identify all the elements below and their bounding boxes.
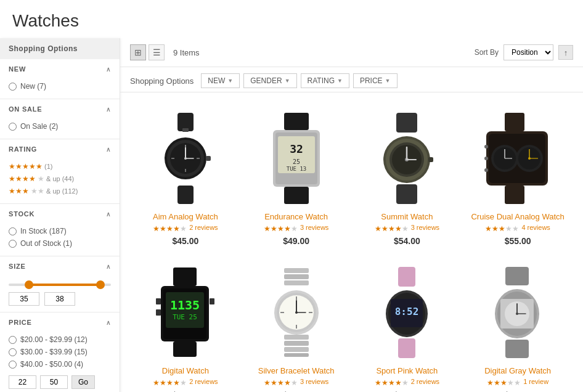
filter-label-size: SIZE bbox=[9, 263, 26, 270]
svg-rect-74 bbox=[284, 353, 309, 357]
filter-pill-new[interactable]: NEW ▼ bbox=[201, 73, 240, 88]
size-slider-thumb-right[interactable] bbox=[96, 280, 105, 289]
sort-label: Sort By bbox=[475, 48, 499, 57]
product-card-7[interactable]: 8:52 Sport Pink Watch ★★★★★ 2 reviews $3… bbox=[352, 256, 463, 392]
filter-item-onsale[interactable]: On Sale (2) bbox=[9, 120, 111, 133]
watch-svg-4 bbox=[481, 113, 554, 204]
size-slider-thumb-left[interactable] bbox=[25, 280, 33, 289]
watch-svg-8 bbox=[488, 267, 547, 358]
sort-direction-button[interactable]: ↑ bbox=[558, 45, 573, 60]
filter-header-onsale[interactable]: ON SALE ∧ bbox=[0, 99, 120, 118]
filter-header-price[interactable]: PRICE ∧ bbox=[0, 312, 120, 331]
radio-price-3[interactable] bbox=[9, 361, 17, 369]
product-name-5[interactable]: Digital Watch bbox=[137, 366, 234, 375]
product-card-4[interactable]: Cruise Dual Analog Watch ★★★★★ 4 reviews… bbox=[462, 102, 573, 256]
page-title: Watches bbox=[0, 0, 583, 38]
rating-count-5: (1) bbox=[44, 163, 52, 170]
filter-item-instock[interactable]: In Stock (187) bbox=[9, 225, 111, 237]
svg-rect-55 bbox=[156, 309, 161, 316]
svg-rect-13 bbox=[177, 186, 194, 204]
product-name-7[interactable]: Sport Pink Watch bbox=[359, 366, 456, 375]
svg-text:TUE 13: TUE 13 bbox=[286, 166, 306, 172]
stars-filled-7: ★★★★★ bbox=[375, 378, 409, 387]
svg-rect-48 bbox=[173, 267, 197, 286]
stars-3: ★★★ bbox=[9, 187, 29, 195]
radio-onsale[interactable] bbox=[9, 123, 17, 131]
radio-price-1[interactable] bbox=[9, 336, 17, 344]
svg-rect-4 bbox=[206, 156, 211, 161]
radio-price-2[interactable] bbox=[9, 348, 17, 356]
review-row-3: ★★★★★ 3 reviews bbox=[359, 224, 456, 234]
filter-pill-rating[interactable]: RATING ▼ bbox=[301, 73, 349, 88]
filter-header-rating[interactable]: RATING ∧ bbox=[0, 139, 120, 158]
product-card-6[interactable]: Silver Bracelet Watch ★★★★★ 3 reviews $4… bbox=[241, 256, 352, 392]
svg-rect-89 bbox=[505, 340, 529, 358]
product-name-6[interactable]: Silver Bracelet Watch bbox=[248, 366, 345, 375]
filter-item-outofstock[interactable]: Out of Stock (1) bbox=[9, 237, 111, 250]
view-toggle: ⊞ ☰ bbox=[130, 44, 165, 60]
filter-body-onsale: On Sale (2) bbox=[0, 118, 120, 139]
rating-row-5[interactable]: ★★★★★ (1) bbox=[9, 160, 111, 173]
rating-row-3[interactable]: ★★★★★ & up (112) bbox=[9, 185, 111, 197]
product-card-1[interactable]: Aim Analog Watch ★★★★★ 2 reviews $45.00 bbox=[130, 102, 241, 256]
product-name-1[interactable]: Aim Analog Watch bbox=[137, 212, 234, 221]
size-max-input[interactable] bbox=[44, 292, 75, 306]
filter-pill-gender[interactable]: GENDER ▼ bbox=[243, 73, 296, 88]
size-min-input[interactable] bbox=[9, 292, 39, 306]
chevron-icon-size: ∧ bbox=[106, 263, 111, 270]
review-count-3: 3 reviews bbox=[411, 224, 439, 231]
product-name-4[interactable]: Cruise Dual Analog Watch bbox=[469, 212, 566, 221]
price-go-button[interactable]: Go bbox=[71, 375, 95, 389]
rating-row-4[interactable]: ★★★★★ & up (44) bbox=[9, 173, 111, 185]
size-slider-fill bbox=[29, 284, 100, 286]
chevron-icon-price: ∧ bbox=[106, 319, 111, 326]
filter-pill-price[interactable]: PRICE ▼ bbox=[353, 73, 398, 88]
product-name-8[interactable]: Digital Gray Watch bbox=[469, 366, 566, 375]
sort-select[interactable]: Position Name Price bbox=[504, 44, 553, 60]
review-count-1: 2 reviews bbox=[189, 224, 218, 231]
review-count-5: 2 reviews bbox=[189, 378, 218, 385]
filter-item-new[interactable]: New (7) bbox=[9, 80, 111, 92]
product-name-2[interactable]: Endurance Watch bbox=[248, 212, 345, 221]
product-card-5[interactable]: 1135 TUE 25 Digital Watch ★★★★★ 2 review… bbox=[130, 256, 241, 392]
chevron-icon-new: ∧ bbox=[106, 66, 111, 73]
filter-header-new[interactable]: NEW ∧ bbox=[0, 59, 120, 78]
review-count-8: 1 review bbox=[523, 378, 548, 385]
product-price-1: $45.00 bbox=[137, 236, 234, 246]
svg-text:TUE 25: TUE 25 bbox=[173, 313, 198, 321]
svg-rect-80 bbox=[398, 338, 415, 358]
filter-bar-title: Shopping Options bbox=[130, 76, 194, 86]
product-price-2: $49.00 bbox=[248, 236, 345, 246]
review-count-2: 3 reviews bbox=[300, 224, 328, 231]
price-from-input[interactable] bbox=[9, 375, 36, 389]
filter-header-stock[interactable]: STOCK ∧ bbox=[0, 204, 120, 223]
product-card-8[interactable]: Digital Gray Watch ★★★★★ 1 review $47.00 bbox=[462, 256, 573, 392]
size-slider-track bbox=[9, 284, 111, 286]
list-view-button[interactable]: ☰ bbox=[149, 44, 165, 60]
stars-filled-1: ★★★★★ bbox=[153, 224, 187, 233]
svg-text:1135: 1135 bbox=[170, 298, 200, 312]
price-to-input[interactable] bbox=[40, 375, 68, 389]
size-slider-section bbox=[0, 275, 120, 312]
price-range-2[interactable]: $30.00 - $39.99 (15) bbox=[9, 346, 111, 358]
radio-instock[interactable] bbox=[9, 227, 17, 235]
radio-new[interactable] bbox=[9, 83, 17, 91]
filter-label-new: NEW bbox=[9, 65, 26, 73]
chevron-down-icon-new: ▼ bbox=[227, 78, 233, 84]
svg-rect-14 bbox=[284, 113, 309, 130]
svg-rect-54 bbox=[156, 298, 161, 304]
chevron-icon-rating: ∧ bbox=[106, 146, 111, 153]
grid-view-button[interactable]: ⊞ bbox=[130, 44, 146, 60]
filter-header-size[interactable]: SIZE ∧ bbox=[0, 256, 120, 275]
rating-count-4: & up (44) bbox=[46, 175, 74, 182]
product-name-3[interactable]: Summit Watch bbox=[359, 212, 456, 221]
radio-outofstock[interactable] bbox=[9, 240, 17, 248]
review-count-7: 2 reviews bbox=[411, 378, 439, 385]
product-image-3 bbox=[359, 110, 456, 206]
price-range-1[interactable]: $20.00 - $29.99 (12) bbox=[9, 333, 111, 346]
product-card-3[interactable]: Summit Watch ★★★★★ 3 reviews $54.00 bbox=[352, 102, 463, 256]
product-card-2[interactable]: 32 25 TUE 13 Endurance Watch ★★★★★ 3 rev… bbox=[241, 102, 352, 256]
svg-rect-75 bbox=[398, 267, 415, 287]
price-range-3[interactable]: $40.00 - $50.00 (4) bbox=[9, 358, 111, 370]
filter-label-rating: RATING bbox=[9, 145, 37, 153]
